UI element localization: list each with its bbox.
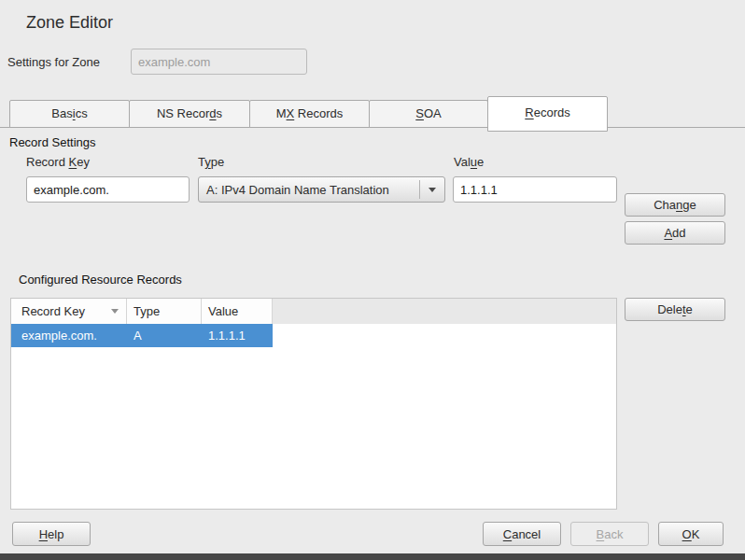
chevron-down-icon xyxy=(429,188,436,192)
help-button[interactable]: Help xyxy=(12,522,91,546)
delete-button[interactable]: Delete xyxy=(625,298,725,321)
window-edge-bar xyxy=(0,553,745,560)
cell-value: 1.1.1.1 xyxy=(202,324,273,347)
dropdown-arrow-box xyxy=(419,180,444,199)
column-header-type-label: Type xyxy=(134,304,160,318)
column-header-record-key-label: Record Key xyxy=(21,304,85,318)
zone-input xyxy=(131,49,307,75)
cancel-button[interactable]: Cancel xyxy=(483,522,561,546)
resource-records-heading: Configured Resource Records xyxy=(19,273,182,287)
type-select-value: A: IPv4 Domain Name Translation xyxy=(199,183,419,197)
type-label: Type xyxy=(198,155,224,169)
records-table: Record Key Type Value example.com. A 1.1… xyxy=(10,298,617,510)
value-input[interactable] xyxy=(453,176,617,203)
tab-soa[interactable]: SOA xyxy=(369,100,488,128)
table-header-row: Record Key Type Value xyxy=(11,299,616,324)
tab-basics[interactable]: Basics xyxy=(9,100,130,128)
table-row[interactable]: example.com. A 1.1.1.1 xyxy=(11,324,273,347)
cell-type: A xyxy=(127,324,202,347)
column-header-value-label: Value xyxy=(208,304,238,318)
tab-mx-records[interactable]: MX Records xyxy=(249,100,370,128)
ok-button[interactable]: OK xyxy=(658,522,724,546)
add-button[interactable]: Add xyxy=(625,221,725,245)
column-header-type[interactable]: Type xyxy=(127,299,202,324)
sort-descending-icon xyxy=(111,309,119,314)
record-settings-heading: Record Settings xyxy=(9,135,96,149)
tab-ns-records[interactable]: NS Records xyxy=(129,100,250,128)
value-label: Value xyxy=(454,155,484,169)
record-key-input[interactable] xyxy=(26,176,190,203)
cell-record-key: example.com. xyxy=(11,324,127,347)
tab-records[interactable]: Records xyxy=(487,96,608,132)
page-title: Zone Editor xyxy=(26,13,113,33)
zone-label: Settings for Zone xyxy=(7,55,100,69)
column-header-filler xyxy=(273,299,616,324)
change-button[interactable]: Change xyxy=(625,193,725,217)
record-key-label: Record Key xyxy=(26,155,90,169)
column-header-value[interactable]: Value xyxy=(202,299,273,324)
back-button: Back xyxy=(570,522,649,546)
type-select[interactable]: A: IPv4 Domain Name Translation xyxy=(198,176,445,203)
column-header-record-key[interactable]: Record Key xyxy=(11,299,127,324)
